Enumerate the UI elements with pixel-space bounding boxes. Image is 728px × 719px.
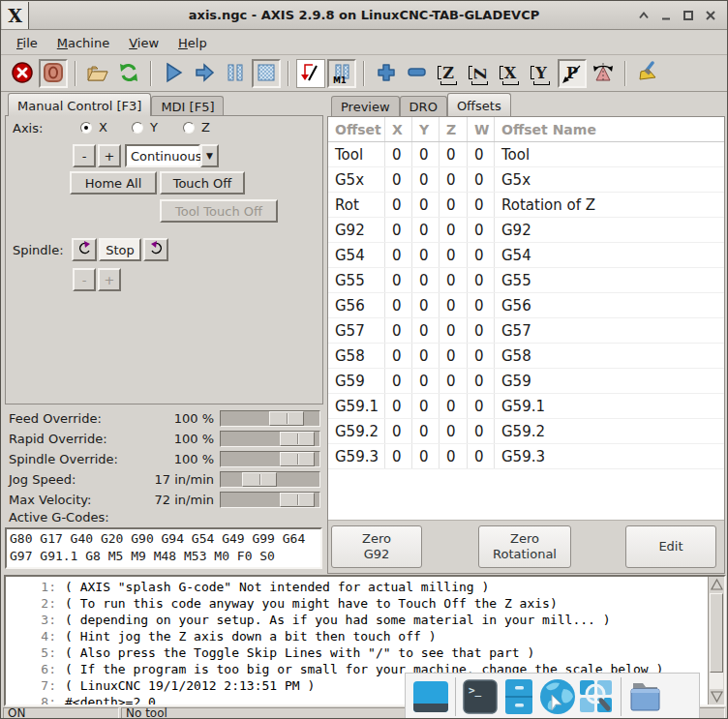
slider-thumb[interactable] <box>242 472 277 487</box>
col-x[interactable]: X <box>385 117 412 141</box>
rotate-view-button[interactable] <box>589 59 618 88</box>
spindle-cw-button[interactable] <box>143 238 168 261</box>
jog-minus-button[interactable]: - <box>73 144 96 167</box>
run-program-button[interactable] <box>159 59 188 88</box>
offset-row-G59[interactable]: G590000G59 <box>328 369 724 394</box>
view-perspective-button[interactable]: P <box>558 59 587 88</box>
machine-power-button[interactable] <box>39 59 68 88</box>
estop-button[interactable] <box>8 59 37 88</box>
zoom-in-button[interactable] <box>372 59 401 88</box>
offset-row-G92[interactable]: G920000G92 <box>328 218 724 243</box>
offset-row-Tool[interactable]: Tool0000Tool <box>328 142 724 167</box>
step-line-button[interactable] <box>190 59 219 88</box>
maximize-button[interactable] <box>682 9 695 22</box>
jog-increment-combobox[interactable]: Continuous ▼ <box>125 144 219 167</box>
web-browser-icon[interactable] <box>538 677 577 716</box>
tab-mdi[interactable]: MDI [F5] <box>151 96 224 116</box>
feed-override-slider[interactable] <box>220 410 320 427</box>
view-y-button[interactable]: Y <box>527 59 556 88</box>
axis-radio-z[interactable]: Z <box>183 120 210 135</box>
overrides: Feed Override:100 %Rapid Override:100 %S… <box>5 408 322 510</box>
touch-off-button[interactable]: Touch Off <box>160 171 245 195</box>
gcode-line[interactable]: 4:( Hint jog the Z axis down a bit then … <box>6 628 707 644</box>
offset-row-G55[interactable]: G550000G55 <box>328 268 724 293</box>
col-offset-name[interactable]: Offset Name <box>495 117 724 141</box>
col-offset[interactable]: Offset <box>328 117 385 141</box>
terminal-emulator-icon[interactable]: >_ <box>461 677 500 716</box>
zoom-out-button[interactable] <box>403 59 432 88</box>
tab-dro[interactable]: DRO <box>400 96 447 116</box>
combobox-arrow-icon[interactable]: ▼ <box>200 144 219 167</box>
col-y[interactable]: Y <box>412 117 440 141</box>
jog-speed-slider[interactable] <box>220 471 320 488</box>
scroll-up-icon[interactable] <box>710 578 724 592</box>
dock-separator <box>455 677 456 716</box>
gcode-line[interactable]: 2:( To run this code anyway you might ha… <box>6 595 707 612</box>
scrollbar-trough[interactable] <box>710 673 723 689</box>
rapid-override-slider[interactable] <box>220 431 320 447</box>
show-desktop-icon[interactable] <box>411 677 450 716</box>
scrollbar-thumb[interactable] <box>710 593 723 673</box>
gcode-line[interactable]: 1:( AXIS "splash G-code" Not intended fo… <box>6 579 707 595</box>
offset-row-Rot[interactable]: Rot0000Rotation of Z <box>328 193 724 218</box>
slider-thumb[interactable] <box>280 493 315 507</box>
spindle-minus-button[interactable]: - <box>73 268 96 291</box>
gcode-scrollbar[interactable] <box>708 577 724 704</box>
spindle-plus-button[interactable]: + <box>98 268 121 291</box>
slider-thumb[interactable] <box>269 411 304 426</box>
tab-preview[interactable]: Preview <box>331 96 400 116</box>
minimize-button[interactable] <box>659 9 673 22</box>
offset-row-G57[interactable]: G570000G57 <box>328 318 724 344</box>
offset-row-G54[interactable]: G540000G54 <box>328 243 724 268</box>
gcode-line[interactable]: 3:( depending on your setup. As if you h… <box>6 612 707 628</box>
axis-radio-x[interactable]: X <box>80 120 107 135</box>
tab-manual-control[interactable]: Manual Control [F3] <box>8 93 151 116</box>
file-manager-icon[interactable] <box>626 677 665 716</box>
spindle-override-slider[interactable] <box>220 451 320 467</box>
slider-thumb[interactable] <box>280 432 315 446</box>
slider-thumb[interactable] <box>280 452 315 466</box>
offset-row-G56[interactable]: G560000G56 <box>328 293 724 318</box>
open-file-button[interactable] <box>83 59 112 88</box>
menu-file[interactable]: File <box>9 33 46 53</box>
file-cabinet-icon[interactable] <box>500 677 538 716</box>
spindle-ccw-button[interactable] <box>72 238 97 261</box>
scroll-down-icon[interactable] <box>710 689 724 704</box>
view-z-rotated-button[interactable]: Z <box>465 59 494 88</box>
offset-row-G59.1[interactable]: G59.10000G59.1 <box>328 394 724 419</box>
offset-row-G59.2[interactable]: G59.20000G59.2 <box>328 419 724 444</box>
tool-touch-off-button[interactable]: Tool Touch Off <box>160 199 278 223</box>
axis-radio-y[interactable]: Y <box>132 120 158 135</box>
max-velocity-slider[interactable] <box>220 492 320 508</box>
tab-offsets[interactable]: Offsets <box>447 93 511 116</box>
home-all-button[interactable]: Home All <box>70 171 157 195</box>
offset-row-G5x[interactable]: G5x0000G5x <box>328 167 724 193</box>
view-z-button[interactable]: Z <box>434 59 463 88</box>
window-title: axis.ngc - AXIS 2.9.8 on LinuxCNC-TAB-GL… <box>1 8 727 22</box>
menu-view[interactable]: View <box>121 33 167 53</box>
reload-file-button[interactable] <box>114 59 143 88</box>
offset-cell: 0 <box>440 444 468 468</box>
offset-cell: 0 <box>468 293 495 317</box>
col-w[interactable]: W <box>468 117 495 141</box>
offset-row-G58[interactable]: G580000G58 <box>328 344 724 369</box>
toggle-skip-lines-button[interactable] <box>296 59 325 88</box>
view-x-button[interactable]: X <box>496 59 525 88</box>
shade-button[interactable] <box>637 9 651 22</box>
edit-button[interactable]: Edit <box>625 525 716 568</box>
application-finder-icon[interactable] <box>577 677 616 716</box>
menu-machine[interactable]: Machine <box>49 33 117 53</box>
col-z[interactable]: Z <box>440 117 468 141</box>
close-button[interactable] <box>704 9 717 22</box>
spindle-stop-button[interactable]: Stop <box>99 238 141 261</box>
clear-plot-button[interactable] <box>633 59 662 88</box>
jog-plus-button[interactable]: + <box>98 144 121 167</box>
stop-program-button[interactable] <box>252 59 281 88</box>
zero-g92-button[interactable]: ZeroG92 <box>331 525 422 568</box>
pause-program-button[interactable] <box>221 59 250 88</box>
gcode-line[interactable]: 5:( Also press the Toggle Skip Lines wit… <box>6 644 707 661</box>
menu-help[interactable]: Help <box>170 33 215 53</box>
toggle-optional-pause-button[interactable]: M1 <box>327 59 356 88</box>
zero-rotational-button[interactable]: ZeroRotational <box>478 525 571 568</box>
offset-row-G59.3[interactable]: G59.30000G59.3 <box>328 444 724 469</box>
